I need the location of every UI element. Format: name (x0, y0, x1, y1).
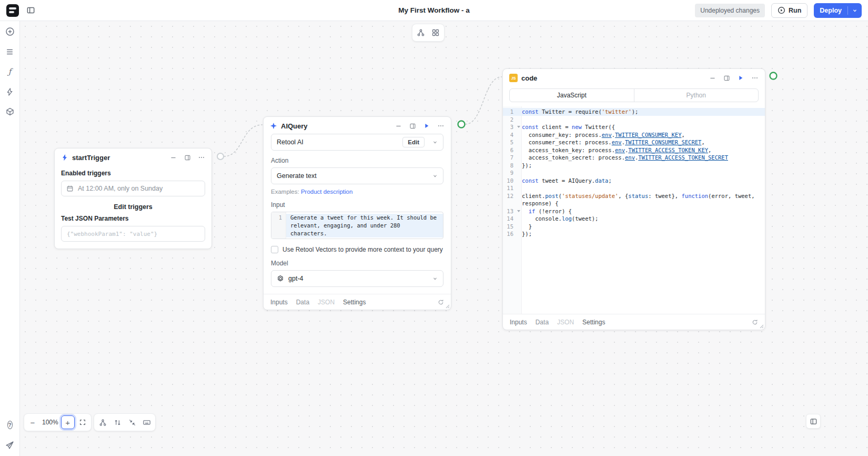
webhook-params-input[interactable] (61, 226, 205, 242)
footer-tab-data[interactable]: Data (296, 299, 309, 306)
code-line[interactable]: 11 (503, 184, 765, 192)
node-starttrigger[interactable]: startTrigger Enabled triggers (54, 148, 212, 249)
refresh-icon[interactable] (752, 319, 758, 325)
footer-tab-inputs[interactable]: Inputs (270, 299, 288, 306)
releases-button[interactable] (4, 439, 16, 451)
resize-grip[interactable] (759, 324, 764, 329)
schedule-field[interactable]: At 12:00 AM, only on Sunday (61, 181, 205, 196)
node-title: code (521, 74, 537, 82)
rocket-icon (5, 441, 14, 450)
edit-triggers-button[interactable]: Edit triggers (61, 203, 205, 211)
code-text (522, 169, 765, 177)
run-block-icon[interactable] (736, 73, 745, 83)
fold-arrow-icon[interactable] (516, 207, 522, 215)
tab-javascript[interactable]: JavaScript (510, 89, 634, 102)
collapse-blocks-button[interactable] (125, 415, 139, 429)
footer-tab-settings[interactable]: Settings (582, 319, 605, 326)
zoom-in-button[interactable]: + (61, 415, 75, 429)
port-code-success[interactable] (770, 73, 777, 80)
footer-tab-json[interactable]: JSON (557, 319, 574, 326)
plus-circle-icon (5, 27, 15, 36)
line-number: 13 (503, 207, 516, 215)
code-editor[interactable]: 1const Twitter = require('twitter');23co… (503, 106, 765, 314)
code-line[interactable]: 10const tweet = AIQuery.data; (503, 177, 765, 185)
minimize-icon[interactable] (708, 73, 717, 83)
toggle-right-panel-button[interactable] (806, 414, 821, 429)
fold-gutter (516, 108, 522, 116)
chevron-down-icon[interactable] (432, 140, 438, 145)
code-text: access_token_key: process.env.TWITTER_AC… (522, 146, 765, 154)
resource-select[interactable]: Retool AI Edit (271, 134, 443, 151)
model-value: gpt-4 (288, 275, 304, 282)
vertical-layout-button[interactable] (110, 415, 124, 429)
open-panel-icon[interactable] (408, 121, 417, 131)
prompt-editor[interactable]: 1 Generate a tweet for this week. It sho… (271, 212, 443, 239)
open-panel-icon[interactable] (183, 153, 192, 162)
sidebar-item-resources[interactable] (4, 106, 16, 117)
deploy-chevron-icon[interactable] (848, 8, 862, 13)
blocks-grid-button[interactable] (429, 26, 442, 39)
auto-arrange-button[interactable] (414, 26, 428, 39)
code-line[interactable]: 6 access_token_key: process.env.TWITTER_… (503, 146, 765, 154)
more-menu-icon[interactable] (436, 121, 446, 131)
sidebar-item-triggers[interactable] (4, 86, 16, 97)
code-line[interactable]: 8}); (503, 162, 765, 170)
minimize-icon[interactable] (168, 153, 178, 162)
examples-link[interactable]: Product description (301, 189, 352, 195)
minimize-icon[interactable] (393, 121, 403, 131)
add-block-button[interactable] (4, 26, 16, 37)
run-block-icon[interactable] (422, 121, 431, 131)
model-select[interactable]: gpt-4 (271, 270, 443, 287)
code-line[interactable]: 1const Twitter = require('twitter'); (503, 108, 765, 116)
run-button[interactable]: Run (771, 3, 808, 18)
code-line[interactable]: 14 console.log(tweet); (503, 215, 765, 223)
zoom-out-button[interactable]: − (26, 415, 39, 429)
code-line[interactable]: 2 (503, 116, 765, 124)
code-text: } (522, 223, 765, 231)
code-line[interactable]: 3const client = new Twitter({ (503, 123, 765, 131)
more-menu-icon[interactable] (197, 153, 206, 162)
footer-tab-data[interactable]: Data (536, 319, 549, 326)
vectors-checkbox[interactable] (271, 246, 278, 253)
code-line[interactable]: 13 if (!error) { (503, 207, 765, 215)
more-menu-icon[interactable] (750, 73, 760, 83)
node-title: startTrigger (72, 154, 110, 162)
port-starttrigger[interactable] (217, 153, 224, 160)
resize-grip[interactable] (445, 304, 450, 309)
keyboard-shortcuts-button[interactable] (140, 415, 154, 429)
footer-tab-settings[interactable]: Settings (343, 299, 366, 306)
code-line[interactable]: 7 access_token_secret: process.env.TWITT… (503, 154, 765, 162)
node-code[interactable]: JS code JavaScript (502, 68, 765, 330)
footer-tab-inputs[interactable]: Inputs (510, 319, 527, 326)
code-line[interactable]: 16}); (503, 230, 765, 238)
line-number: 5 (503, 138, 516, 146)
open-panel-icon[interactable] (722, 73, 731, 83)
tab-python[interactable]: Python (634, 89, 759, 102)
help-button[interactable]: ? (4, 419, 16, 431)
fullscreen-button[interactable] (76, 415, 89, 429)
sidebar-toggle-icon[interactable] (26, 6, 35, 15)
node-aiquery[interactable]: AIQuery Retool AI (263, 116, 451, 310)
footer-tab-json[interactable]: JSON (318, 299, 335, 306)
code-line[interactable]: 9 (503, 169, 765, 177)
code-line[interactable]: 5 consumer_secret: process.env.TWITTER_C… (503, 138, 765, 146)
language-tabs: JavaScript Python (509, 88, 759, 102)
refresh-icon[interactable] (438, 299, 444, 305)
fold-gutter (516, 162, 522, 170)
deploy-button[interactable]: Deploy (814, 3, 862, 18)
edit-resource-button[interactable]: Edit (402, 137, 425, 147)
fold-arrow-icon[interactable] (516, 123, 522, 131)
graph-overview-button[interactable] (96, 415, 109, 429)
sidebar-item-functions[interactable]: ƒ (4, 66, 16, 77)
action-select[interactable]: Generate text (271, 167, 443, 184)
port-aiquery-success[interactable] (458, 121, 465, 128)
prompt-text[interactable]: Generate a tweet for this week. It shoul… (286, 214, 443, 237)
enabled-triggers-label: Enabled triggers (61, 170, 205, 177)
workflow-canvas[interactable]: startTrigger Enabled triggers (20, 21, 868, 456)
code-line[interactable]: 12client.post('statuses/update', {status… (503, 192, 765, 207)
code-line[interactable]: 4 consumer_key: process.env.TWITTER_CONS… (503, 131, 765, 139)
edge-starttrigger-to-aiquery (224, 125, 263, 156)
canvas-top-toolbar (412, 24, 445, 42)
sidebar-item-blocks[interactable] (4, 46, 16, 57)
code-line[interactable]: 15 } (503, 223, 765, 231)
